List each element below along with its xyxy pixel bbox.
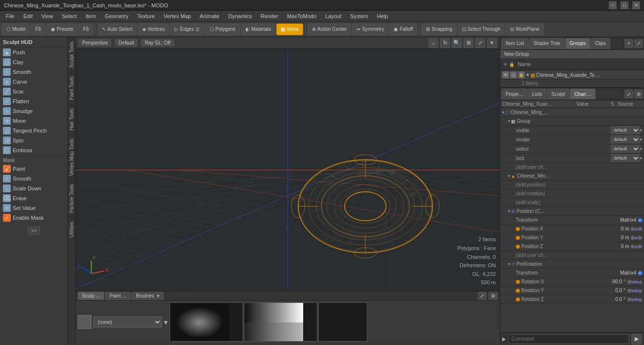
sculpt-tools-tab[interactable]: Sculpt Tools — [68, 37, 75, 72]
presets-button[interactable]: ◉ Presets — [46, 23, 78, 35]
tool-smudge[interactable]: ≈ Smudge — [0, 106, 68, 116]
tool-tangent-pinch[interactable]: ◇ Tangent Pinch — [0, 126, 68, 136]
chan-visible-arrow[interactable]: ▾ — [640, 128, 642, 133]
shader-tree-tab[interactable]: Shader Tree — [529, 38, 565, 49]
chan-expand-mesh[interactable]: ▾ — [508, 174, 510, 178]
f6-button[interactable]: F6 — [79, 23, 93, 35]
chan-add-rotation[interactable]: (add rotation) — [500, 189, 644, 198]
menu-dynamics[interactable]: Dynamics — [224, 12, 256, 20]
groups-tab[interactable]: Groups — [565, 38, 590, 49]
chan-expand-prerot[interactable]: ▾ — [508, 262, 510, 266]
particle-tools-tab[interactable]: Particle Tools — [68, 180, 75, 217]
chan-rot-y-link[interactable]: setup — [631, 288, 642, 293]
item-row-parent[interactable]: 👁 ◻ 🔒 ▾ ▦ Chinese_Ming_Xuande_To ... — [500, 70, 644, 80]
minimize-button[interactable]: ─ — [609, 1, 617, 9]
paint-tools-tab[interactable]: Paint Tools — [68, 72, 75, 104]
menu-texture[interactable]: Texture — [133, 12, 159, 20]
maximize-button[interactable]: □ — [621, 1, 628, 9]
channels-tab[interactable]: Chan ... — [570, 89, 596, 99]
render-mode-tag[interactable]: Ray GL: Off — [141, 39, 174, 46]
expand-sidebar-button[interactable]: >> — [28, 227, 41, 235]
expand-props-icon[interactable]: ⤢ — [624, 90, 633, 98]
tool-spin[interactable]: ↺ Spin — [0, 136, 68, 145]
lock-icon[interactable]: 🔒 — [518, 71, 525, 78]
shading-tag[interactable]: Default — [115, 39, 137, 46]
enable-mask-checkbox[interactable]: ✓ Enable Mask — [0, 213, 68, 223]
material-dropdown[interactable]: (none) — [93, 317, 162, 327]
chan-expand-pos[interactable]: ▾ — [508, 209, 510, 213]
chan-render-value[interactable]: default — [611, 136, 640, 143]
tool-emboss[interactable]: ⬡ Emboss — [0, 145, 68, 155]
chan-add-scale[interactable]: (add scale) — [500, 198, 644, 207]
menu-item[interactable]: Item — [82, 12, 100, 20]
chan-add-user-pos[interactable]: (add user ch... — [500, 251, 644, 260]
materials-button[interactable]: ◐ Materials — [241, 23, 276, 35]
menu-view[interactable]: View — [38, 12, 57, 20]
action-center-button[interactable]: ⊕ Action Center — [308, 23, 352, 35]
snapping-button[interactable]: ⊞ Snapping — [422, 23, 456, 35]
viewport-rotate-button[interactable]: ↻ — [440, 38, 450, 48]
tool-paint[interactable]: 🖌 Paint — [0, 164, 68, 174]
model-mode-button[interactable]: ⬡ Model — [2, 23, 30, 35]
bottom-expand-button[interactable]: ⤢ — [478, 292, 487, 300]
lists-tab[interactable]: Lists — [528, 89, 547, 99]
tool-smooth-mask[interactable]: ~ Smooth — [0, 174, 68, 184]
menu-render[interactable]: Render — [257, 12, 282, 20]
paint-tab[interactable]: Paint ... — [105, 292, 131, 300]
chan-expand-group[interactable]: ▾ — [508, 119, 510, 123]
chan-expand-parent[interactable]: ▾ — [502, 110, 504, 115]
expand-tab-icon[interactable]: ⤢ — [634, 39, 643, 48]
chan-rot-x-link[interactable]: setup — [631, 279, 642, 284]
hair-tools-tab[interactable]: Hair Tools — [68, 104, 75, 134]
tool-smooth[interactable]: ~ Smooth — [0, 67, 68, 77]
item-list-tab[interactable]: Item List — [501, 38, 529, 49]
settings-props-icon[interactable]: ⚙ — [634, 90, 643, 98]
new-group-bar[interactable]: New Group — [500, 50, 644, 59]
viewport-expand-button[interactable]: ⤢ — [475, 38, 485, 48]
chan-select-value[interactable]: default — [611, 145, 640, 153]
chan-visible-value[interactable]: default — [611, 126, 640, 134]
menu-edit[interactable]: Edit — [20, 12, 37, 20]
viewport-home-button[interactable]: ⌂ — [428, 38, 438, 48]
menu-geometry[interactable]: Geometry — [101, 12, 132, 20]
falloff-button[interactable]: ◉ Falloff — [389, 23, 417, 35]
menu-maxtomodo[interactable]: MaxToModo — [283, 12, 320, 20]
add-tab-icon[interactable]: + — [624, 39, 633, 48]
menu-layout[interactable]: Layout — [321, 12, 345, 20]
sculpt-tab[interactable]: Sculp ... — [78, 292, 104, 300]
chan-pos-y-link[interactable]: edit — [635, 235, 642, 240]
viewport-menu-button[interactable]: ▾ — [487, 38, 497, 48]
tool-carve[interactable]: ∧ Carve — [0, 77, 68, 87]
viewport-fit-button[interactable]: ⊞ — [464, 38, 473, 48]
sculpt-tab-props[interactable]: Sculpt — [547, 89, 570, 99]
f8-button[interactable]: F8 — [31, 23, 45, 35]
vertices-button[interactable]: ◈ Vertices — [138, 23, 170, 35]
workplane-button[interactable]: ⊟ WorkPlane — [506, 23, 544, 35]
menu-system[interactable]: System — [346, 12, 372, 20]
tool-move[interactable]: ✛ Move — [0, 116, 68, 126]
select-through-button[interactable]: ⊡ Select Through — [458, 23, 505, 35]
auto-select-button[interactable]: ↖ Auto Select — [98, 23, 137, 35]
render-icon[interactable]: ◻ — [510, 71, 517, 78]
perspective-tag[interactable]: Perspective — [79, 39, 111, 46]
chan-select-arrow[interactable]: ▾ — [640, 147, 642, 151]
chan-add-user-group[interactable]: (add user ch... — [500, 163, 644, 172]
chan-lock-value[interactable]: default — [611, 154, 640, 162]
tool-erase[interactable]: ⌫ Erase — [0, 193, 68, 203]
viewport-3d[interactable]: X Y Z 2 Items Polygons : Face Channels: … — [76, 49, 500, 291]
material-dropdown-arrow[interactable]: ▾ — [164, 318, 168, 327]
command-input[interactable] — [508, 334, 629, 344]
polygons-button[interactable]: ⬡ Polygons — [205, 23, 240, 35]
material-swatch[interactable] — [78, 315, 91, 329]
menu-animate[interactable]: Animate — [196, 12, 223, 20]
chan-rot-z-link[interactable]: setup — [631, 297, 642, 302]
chan-lock-arrow[interactable]: ▾ — [640, 156, 642, 161]
symmetry-button[interactable]: ⇔ Symmetry — [352, 23, 388, 35]
chan-add-position[interactable]: (add position) — [500, 181, 644, 189]
close-button[interactable]: ✕ — [632, 1, 640, 9]
chan-pos-z-link[interactable]: edit — [635, 244, 642, 249]
brushes-tab[interactable]: Brushes ▾ — [132, 292, 163, 300]
tool-clay[interactable]: ◻ Clay — [0, 57, 68, 67]
bottom-settings-button[interactable]: ⚙ — [489, 292, 498, 300]
tool-push[interactable]: ▲ Push — [0, 47, 68, 57]
